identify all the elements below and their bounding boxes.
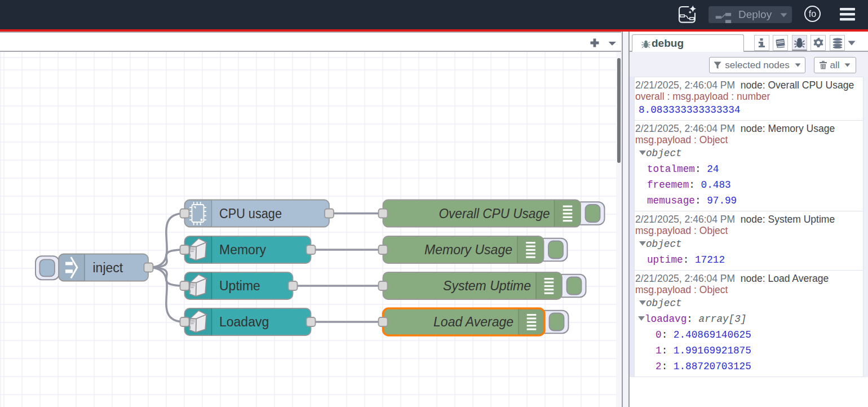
svg-text:Uptime: Uptime — [219, 278, 260, 293]
svg-text:Memory: Memory — [219, 242, 267, 257]
svg-text:Memory Usage: Memory Usage — [424, 242, 512, 257]
svg-text:Overall CPU Usage: Overall CPU Usage — [439, 206, 550, 221]
svg-text:System Uptime: System Uptime — [443, 278, 531, 293]
svg-text:inject: inject — [93, 260, 123, 275]
svg-text:Load Average: Load Average — [433, 315, 513, 329]
svg-text:Loadavg: Loadavg — [219, 315, 269, 329]
svg-text:CPU usage: CPU usage — [219, 206, 282, 221]
